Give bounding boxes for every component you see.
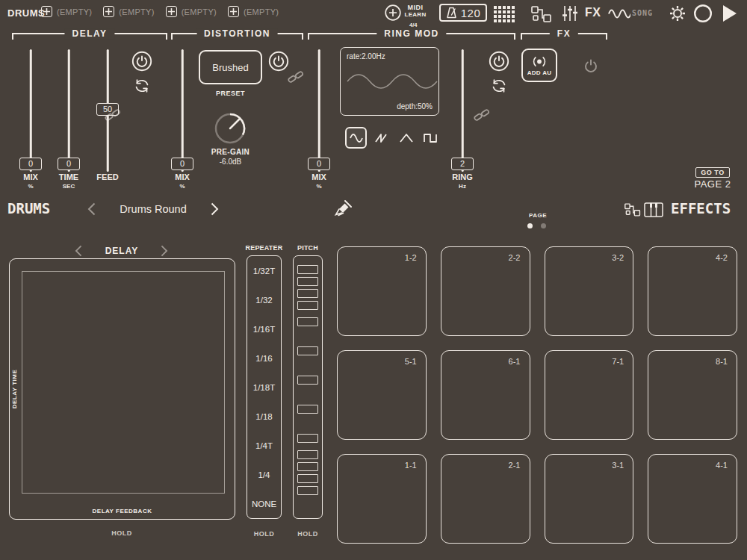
repeater-hold-button[interactable]: HOLD — [247, 530, 282, 538]
drums-tab[interactable]: DRUMS — [7, 7, 45, 19]
distortion-link-button[interactable] — [288, 69, 304, 85]
channel-slot[interactable]: (EMPTY) — [228, 6, 279, 17]
repeater-item[interactable]: 1/16T — [247, 314, 281, 343]
speaker-broadcast-icon — [529, 55, 550, 68]
preset-prev-button[interactable] — [87, 202, 96, 216]
pad[interactable]: 4-2 — [648, 246, 737, 336]
page-dot-2[interactable] — [541, 223, 546, 228]
ringmod-mix-value: 0 — [308, 158, 330, 170]
goto-page2-button[interactable]: GO TO PAGE 2 — [692, 164, 733, 190]
pad[interactable]: 1-1 — [337, 454, 427, 544]
pad[interactable]: 3-2 — [545, 246, 634, 336]
pitch-hold-button[interactable]: HOLD — [293, 530, 323, 538]
pad-label: 2-2 — [509, 253, 521, 262]
pad[interactable]: 3-1 — [545, 454, 634, 544]
wave-sine-button[interactable] — [345, 127, 367, 149]
page-dot-1[interactable] — [527, 223, 533, 228]
pad[interactable]: 7-1 — [545, 350, 634, 440]
pad[interactable]: 8-1 — [648, 350, 737, 440]
delay-power-button[interactable] — [131, 51, 152, 72]
midi-learn-button[interactable]: MIDI LEARN — [402, 4, 429, 19]
add-channel-button[interactable] — [41, 6, 52, 17]
fx-power-button[interactable] — [583, 58, 598, 73]
add-channel-button[interactable] — [166, 6, 177, 17]
pitch-segment — [297, 376, 318, 385]
repeater-item[interactable]: 1/4T — [247, 431, 281, 460]
link-icon — [288, 69, 304, 85]
mixer-button[interactable] — [562, 5, 578, 22]
distortion-mix-unit: % — [170, 183, 195, 190]
lfo-display[interactable]: rate:2.00Hz depth:50% — [340, 47, 439, 116]
waveform-icon — [608, 7, 630, 20]
midi-icon: MIDI — [402, 4, 429, 11]
xy-pad-title: DELAY — [90, 246, 154, 256]
xy-pad[interactable]: DELAY TIME DELAY FEEDBACK — [9, 258, 235, 520]
scene-view-button[interactable] — [624, 202, 641, 217]
delay-time-slider[interactable]: 0 — [56, 48, 81, 173]
pad[interactable]: 6-1 — [441, 350, 530, 440]
ringmod-freq-slider[interactable]: 2 — [450, 48, 475, 173]
record-button[interactable] — [693, 4, 713, 23]
preset-next-button[interactable] — [210, 202, 220, 216]
ringmod-mix-label: MIX — [306, 172, 332, 181]
pregain-knob[interactable] — [213, 111, 247, 146]
pad[interactable]: 1-2 — [337, 246, 427, 336]
pad-page-dots[interactable] — [527, 223, 546, 228]
add-au-button[interactable]: ADD AU — [521, 49, 557, 82]
pad[interactable]: 5-1 — [337, 350, 427, 440]
step-grid-button[interactable] — [494, 6, 515, 22]
ringmod-mix-slider[interactable]: 0 — [306, 48, 332, 173]
repeater-item[interactable]: 1/18 — [247, 402, 281, 431]
repeater-item[interactable]: 1/18T — [247, 373, 281, 402]
repeater-item[interactable]: 1/32T — [247, 256, 281, 285]
repeater-item[interactable]: 1/32 — [247, 285, 281, 314]
pitch-slider[interactable] — [293, 255, 323, 519]
distortion-mix-slider[interactable]: 0 — [170, 48, 195, 173]
add-fx-button[interactable] — [385, 4, 401, 21]
wave-saw-button[interactable] — [372, 128, 391, 148]
xy-pad-area[interactable] — [22, 271, 225, 494]
slider-track — [318, 49, 320, 172]
repeater-item[interactable]: 1/16 — [247, 343, 281, 373]
delay-link-button[interactable] — [105, 107, 121, 123]
distortion-preset-label: PRESET — [199, 90, 262, 97]
pitch-segment — [297, 474, 318, 483]
repeater-item[interactable]: NONE — [247, 489, 281, 518]
channel-slot[interactable]: (EMPTY) — [166, 6, 217, 17]
ringmod-link-button[interactable] — [474, 107, 490, 123]
play-button[interactable] — [722, 4, 737, 22]
ringmod-power-button[interactable] — [489, 51, 509, 72]
distortion-power-button[interactable] — [268, 51, 289, 72]
distortion-preset-button[interactable]: Brushed — [199, 50, 262, 84]
bpm-display[interactable]: 120 — [439, 4, 487, 22]
xy-next-button[interactable] — [160, 245, 169, 257]
gear-icon — [669, 4, 686, 22]
wave-triangle-button[interactable] — [397, 128, 416, 148]
delay-sync-button[interactable] — [134, 78, 150, 94]
loop-arrows-icon — [134, 78, 150, 94]
wave-view-button[interactable] — [608, 7, 630, 20]
keyboard-view-button[interactable] — [644, 202, 663, 217]
song-mode-button[interactable]: SONG — [632, 9, 653, 17]
delay-feed-label: FEED — [95, 172, 120, 181]
add-channel-button[interactable] — [228, 6, 239, 17]
add-channel-button[interactable] — [103, 6, 114, 17]
scene-view-button[interactable] — [531, 6, 552, 22]
wave-square-button[interactable] — [421, 128, 440, 148]
clear-pads-button[interactable] — [334, 199, 353, 218]
xy-prev-button[interactable] — [74, 245, 83, 257]
ringmod-sync-button[interactable] — [491, 78, 507, 94]
delay-mix-slider[interactable]: 0 — [18, 48, 43, 173]
channel-slot[interactable]: (EMPTY) — [41, 6, 92, 17]
repeater-item[interactable]: 1/4 — [247, 460, 281, 489]
pad[interactable]: 2-1 — [441, 454, 530, 544]
settings-button[interactable] — [669, 4, 686, 22]
xy-hold-button[interactable]: HOLD — [96, 529, 148, 537]
pad[interactable]: 4-1 — [648, 454, 737, 544]
fx-page-button[interactable]: FX — [585, 6, 601, 19]
pad[interactable]: 2-2 — [441, 246, 530, 336]
saw-icon — [375, 133, 388, 143]
preset-name[interactable]: Drums Round — [103, 203, 203, 215]
channel-slot[interactable]: (EMPTY) — [103, 6, 154, 17]
lfo-wave-icon — [341, 66, 438, 97]
